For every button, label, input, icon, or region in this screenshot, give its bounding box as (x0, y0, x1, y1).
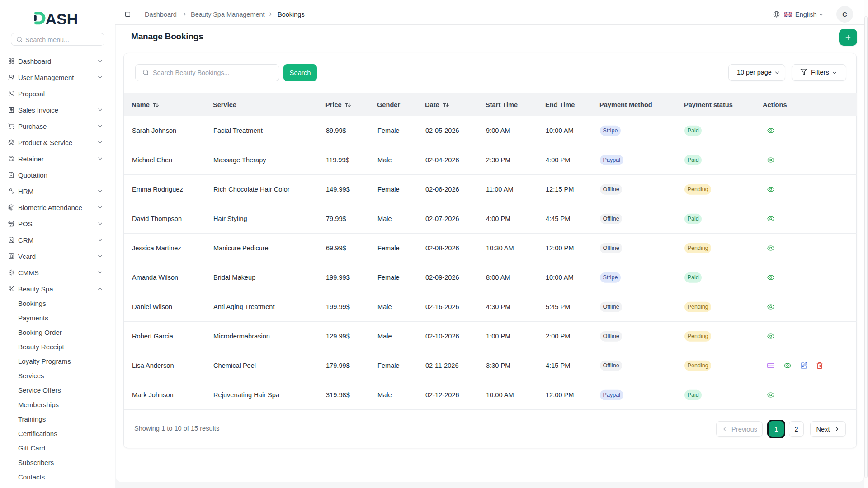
svg-text:ASH: ASH (46, 10, 78, 27)
